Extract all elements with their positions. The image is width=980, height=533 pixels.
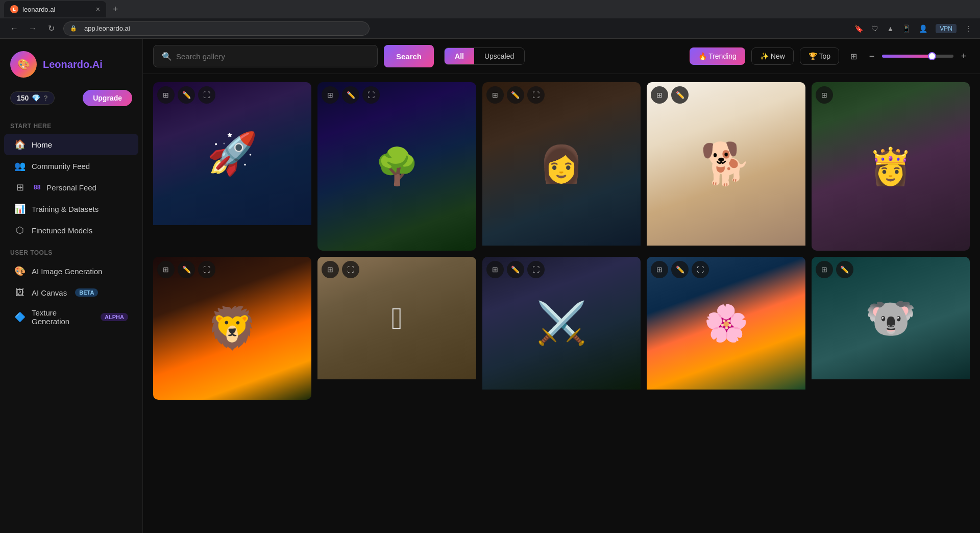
- search-button[interactable]: Search: [384, 45, 434, 67]
- new-tab-btn[interactable]: +: [108, 2, 122, 16]
- overlay-expand-btn-8[interactable]: ⛶: [527, 261, 545, 278]
- avatar: 🎨: [10, 51, 37, 78]
- overlay-edit-btn-9[interactable]: ✏️: [671, 261, 689, 278]
- upgrade-button[interactable]: Upgrade: [83, 90, 132, 106]
- tab-close-btn[interactable]: ×: [96, 5, 100, 13]
- active-tab[interactable]: L leonardo.ai ×: [4, 1, 106, 17]
- start-here-label: Start Here: [0, 114, 142, 134]
- filter-all-tab[interactable]: All: [445, 48, 474, 64]
- tab-favicon: L: [10, 5, 18, 13]
- grid-view-icon[interactable]: ⊞: [845, 48, 862, 64]
- overlay-grid-btn-2[interactable]: ⊞: [322, 86, 339, 104]
- search-box[interactable]: 🔍: [153, 45, 378, 67]
- sidebar-item-finetuned[interactable]: ⬡ Finetuned Models: [4, 220, 138, 241]
- sidebar-item-home[interactable]: 🏠 Home: [4, 134, 138, 155]
- gallery-item-tree[interactable]: 🌳 ⊞ ✏️ ⛶: [317, 82, 476, 251]
- overlay-edit-btn-8[interactable]: ✏️: [507, 261, 524, 278]
- overlay-grid-btn-6[interactable]: ⊞: [157, 261, 175, 278]
- gallery-item-lion[interactable]: 🦁 ⊞ ✏️ ⛶: [153, 257, 311, 400]
- overlay-grid-btn-7[interactable]: ⊞: [322, 261, 339, 278]
- gallery-item-woman[interactable]: 👩 ⊞ ✏️ ⛶: [482, 82, 641, 251]
- bookmark-icon[interactable]: 🔖: [854, 25, 863, 33]
- address-bar: ← → ↻ 🔒 app.leonardo.ai 🔖 🛡 ▲ 📱 👤 VPN ⋮: [0, 18, 980, 39]
- gallery-item-koala[interactable]: 🐨 ⊞ ✏️: [812, 257, 970, 400]
- user-tools-label: User Tools: [0, 241, 142, 260]
- gallery-grid: 🚀 ⊞ ✏️ ⛶ 🌳 ⊞ ✏️ ⛶ 👩: [153, 82, 970, 400]
- app-layout: 🎨 Leonardo.Ai 150 💎 ? Upgrade Start Here…: [0, 39, 980, 533]
- overlay-grid-btn[interactable]: ⊞: [157, 86, 175, 104]
- nav-training-label: Training & Datasets: [32, 205, 99, 213]
- sort-trending-btn[interactable]: 🔥 Trending: [690, 47, 745, 65]
- overlay-grid-btn-3[interactable]: ⊞: [486, 86, 504, 104]
- sidebar-item-ai-image[interactable]: 🎨 AI Image Generation: [4, 260, 138, 282]
- sort-top-btn[interactable]: 🏆 Top: [800, 47, 839, 65]
- zoom-slider-container: [882, 55, 953, 58]
- credits-amount: 150: [17, 94, 29, 102]
- sidebar-item-personal[interactable]: ⊞ 88 Personal Feed: [4, 177, 138, 198]
- gallery-overlay-hieroglyphs: ⊞ ⛶: [322, 261, 472, 278]
- overlay-expand-btn-7[interactable]: ⛶: [342, 261, 359, 278]
- vpn-badge[interactable]: VPN: [936, 24, 957, 33]
- help-icon[interactable]: ?: [43, 94, 48, 102]
- back-btn[interactable]: ←: [8, 22, 20, 35]
- gallery-item-flowers[interactable]: 🌸 ⊞ ✏️ ⛶: [647, 257, 805, 400]
- gallery-overlay-lion: ⊞ ✏️ ⛶: [157, 261, 307, 278]
- sidebar-item-texture[interactable]: 🔷 Texture Generation ALPHA: [4, 303, 138, 331]
- gallery-item-dog[interactable]: 🐕 ⊞ ✏️: [647, 82, 805, 251]
- zoom-minus-btn[interactable]: −: [866, 50, 878, 62]
- grid-controls: ⊞ − +: [845, 48, 970, 64]
- zoom-slider[interactable]: [882, 55, 953, 58]
- overlay-edit-btn-6[interactable]: ✏️: [178, 261, 195, 278]
- overlay-expand-btn-2[interactable]: ⛶: [362, 86, 380, 104]
- zoom-plus-btn[interactable]: +: [958, 50, 970, 62]
- triangle-icon[interactable]: ▲: [887, 25, 894, 33]
- tablet-icon[interactable]: 📱: [902, 25, 911, 33]
- gallery-overlay-pinkwoman: ⊞: [816, 86, 966, 104]
- sidebar-item-ai-canvas[interactable]: 🖼 AI Canvas BETA: [4, 282, 138, 303]
- overlay-grid-btn-5[interactable]: ⊞: [816, 86, 833, 104]
- toolbar: 🔍 Search All Upscaled 🔥 Trending ✨ New 🏆…: [143, 39, 980, 74]
- sidebar-item-community[interactable]: 👥 Community Feed: [4, 155, 138, 177]
- sort-new-btn[interactable]: ✨ New: [751, 47, 794, 65]
- overlay-grid-btn-10[interactable]: ⊞: [816, 261, 833, 278]
- overlay-edit-btn-10[interactable]: ✏️: [836, 261, 853, 278]
- gallery-item-hieroglyphs[interactable]: 𓀀 ⊞ ⛶: [317, 257, 476, 400]
- texture-icon: 🔷: [14, 311, 26, 323]
- training-icon: 📊: [14, 203, 26, 214]
- gallery-image-rocket: 🚀: [153, 82, 311, 225]
- tab-title: leonardo.ai: [22, 6, 55, 13]
- nav-ai-canvas-label: AI Canvas: [32, 288, 67, 297]
- sort-buttons: 🔥 Trending ✨ New 🏆 Top ⊞ − +: [690, 47, 970, 65]
- overlay-edit-btn[interactable]: ✏️: [178, 86, 195, 104]
- overlay-grid-btn-4[interactable]: ⊞: [651, 86, 668, 104]
- gallery-overlay-flowers: ⊞ ✏️ ⛶: [651, 261, 801, 278]
- overlay-edit-btn-2[interactable]: ✏️: [342, 86, 359, 104]
- overlay-grid-btn-8[interactable]: ⊞: [486, 261, 504, 278]
- search-input[interactable]: [176, 52, 369, 61]
- gallery-item-pinkwoman[interactable]: 👸 ⊞: [812, 82, 970, 251]
- overlay-expand-btn-3[interactable]: ⛶: [527, 86, 545, 104]
- profile-icon[interactable]: 👤: [919, 25, 927, 33]
- overlay-edit-btn-4[interactable]: ✏️: [671, 86, 689, 104]
- gallery-image-lion: 🦁: [153, 257, 311, 400]
- gallery-container: 🚀 ⊞ ✏️ ⛶ 🌳 ⊞ ✏️ ⛶ 👩: [143, 74, 980, 533]
- shield-icon[interactable]: 🛡: [871, 25, 878, 33]
- overlay-grid-btn-9[interactable]: ⊞: [651, 261, 668, 278]
- home-icon: 🏠: [14, 139, 26, 150]
- overlay-expand-btn[interactable]: ⛶: [198, 86, 215, 104]
- sidebar-item-training[interactable]: 📊 Training & Datasets: [4, 198, 138, 220]
- menu-icon[interactable]: ⋮: [965, 25, 972, 33]
- overlay-expand-btn-6[interactable]: ⛶: [198, 261, 215, 278]
- reload-btn[interactable]: ↻: [45, 22, 57, 35]
- gallery-item-warrior[interactable]: ⚔️ ⊞ ✏️ ⛶: [482, 257, 641, 400]
- credits-row: 150 💎 ? Upgrade: [0, 88, 142, 114]
- personal-count: 88: [34, 184, 40, 191]
- address-input[interactable]: 🔒 app.leonardo.ai: [63, 21, 370, 36]
- browser-chrome: L leonardo.ai × + ← → ↻ 🔒 app.leonardo.a…: [0, 0, 980, 39]
- filter-upscaled-tab[interactable]: Upscaled: [474, 48, 524, 64]
- forward-btn[interactable]: →: [27, 22, 39, 35]
- gallery-item-rocket[interactable]: 🚀 ⊞ ✏️ ⛶: [153, 82, 311, 251]
- sidebar: 🎨 Leonardo.Ai 150 💎 ? Upgrade Start Here…: [0, 39, 143, 533]
- overlay-edit-btn-3[interactable]: ✏️: [507, 86, 524, 104]
- overlay-expand-btn-9[interactable]: ⛶: [692, 261, 709, 278]
